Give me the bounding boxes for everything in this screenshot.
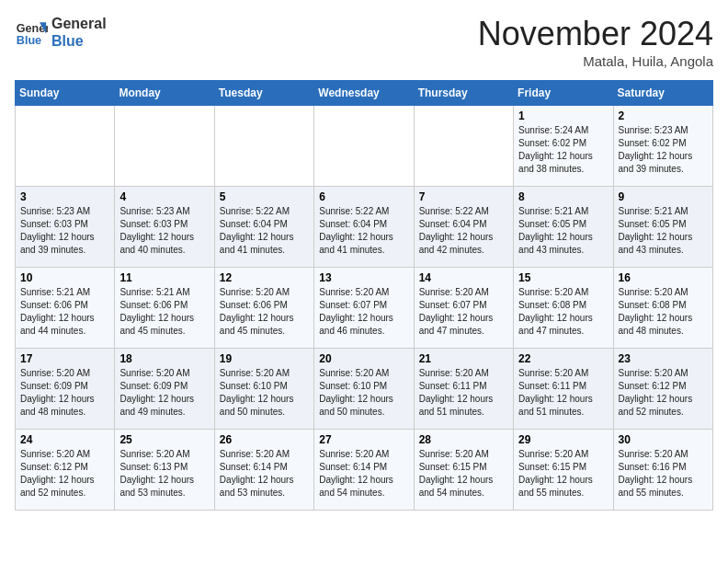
calendar-cell: 9Sunrise: 5:21 AMSunset: 6:05 PMDaylight… [613,187,712,268]
day-number: 25 [119,433,209,446]
calendar-cell: 14Sunrise: 5:20 AMSunset: 6:07 PMDayligh… [414,268,513,349]
day-info: Sunrise: 5:20 AMSunset: 6:06 PMDaylight:… [220,286,309,338]
day-number: 13 [319,271,408,284]
day-number: 14 [419,271,508,284]
logo-blue: Blue [51,32,107,50]
day-info: Sunrise: 5:23 AMSunset: 6:03 PMDaylight:… [119,205,209,257]
day-number: 15 [518,271,608,284]
location: Matala, Huila, Angola [478,53,713,69]
day-info: Sunrise: 5:22 AMSunset: 6:04 PMDaylight:… [419,205,508,257]
logo-icon: General Blue [15,16,48,49]
calendar-cell: 7Sunrise: 5:22 AMSunset: 6:04 PMDaylight… [414,187,513,268]
day-number: 19 [220,352,309,365]
day-number: 17 [20,352,109,365]
day-info: Sunrise: 5:21 AMSunset: 6:06 PMDaylight:… [20,286,109,338]
day-info: Sunrise: 5:20 AMSunset: 6:11 PMDaylight:… [419,367,508,419]
weekday-header-wednesday: Wednesday [314,81,414,106]
title-block: November 2024 Matala, Huila, Angola [478,15,713,69]
svg-text:Blue: Blue [17,34,41,47]
day-info: Sunrise: 5:20 AMSunset: 6:10 PMDaylight:… [319,367,408,419]
day-info: Sunrise: 5:24 AMSunset: 6:02 PMDaylight:… [518,124,608,176]
weekday-header-friday: Friday [514,81,613,106]
calendar-cell: 6Sunrise: 5:22 AMSunset: 6:04 PMDaylight… [314,187,414,268]
day-info: Sunrise: 5:20 AMSunset: 6:07 PMDaylight:… [319,286,408,338]
weekday-header-monday: Monday [115,81,214,106]
calendar-cell [115,106,214,187]
day-number: 2 [619,109,708,122]
calendar-cell: 1Sunrise: 5:24 AMSunset: 6:02 PMDaylight… [514,106,613,187]
day-number: 20 [319,352,408,365]
calendar-week-row: 1Sunrise: 5:24 AMSunset: 6:02 PMDaylight… [16,106,713,187]
weekday-header-sunday: Sunday [16,81,115,106]
day-info: Sunrise: 5:23 AMSunset: 6:02 PMDaylight:… [619,124,708,176]
calendar-cell: 29Sunrise: 5:20 AMSunset: 6:15 PMDayligh… [514,430,613,511]
calendar-cell: 11Sunrise: 5:21 AMSunset: 6:06 PMDayligh… [115,268,214,349]
month-title: November 2024 [478,15,713,53]
day-info: Sunrise: 5:21 AMSunset: 6:06 PMDaylight:… [119,286,209,338]
day-info: Sunrise: 5:20 AMSunset: 6:11 PMDaylight:… [518,367,608,419]
day-info: Sunrise: 5:20 AMSunset: 6:12 PMDaylight:… [20,448,109,500]
day-number: 9 [619,190,708,203]
day-info: Sunrise: 5:20 AMSunset: 6:09 PMDaylight:… [20,367,109,419]
day-info: Sunrise: 5:20 AMSunset: 6:08 PMDaylight:… [619,286,708,338]
calendar-cell [16,106,115,187]
day-number: 16 [619,271,708,284]
calendar-cell: 19Sunrise: 5:20 AMSunset: 6:10 PMDayligh… [214,349,313,430]
day-number: 12 [220,271,309,284]
day-number: 3 [20,190,109,203]
calendar-week-row: 10Sunrise: 5:21 AMSunset: 6:06 PMDayligh… [16,268,713,349]
day-info: Sunrise: 5:20 AMSunset: 6:15 PMDaylight:… [518,448,608,500]
calendar-cell: 25Sunrise: 5:20 AMSunset: 6:13 PMDayligh… [115,430,214,511]
calendar-cell: 15Sunrise: 5:20 AMSunset: 6:08 PMDayligh… [514,268,613,349]
calendar-cell: 30Sunrise: 5:20 AMSunset: 6:16 PMDayligh… [613,430,712,511]
day-info: Sunrise: 5:21 AMSunset: 6:05 PMDaylight:… [518,205,608,257]
day-number: 11 [119,271,209,284]
calendar-cell: 20Sunrise: 5:20 AMSunset: 6:10 PMDayligh… [314,349,414,430]
day-number: 23 [619,352,708,365]
weekday-header-thursday: Thursday [414,81,513,106]
day-info: Sunrise: 5:20 AMSunset: 6:12 PMDaylight:… [619,367,708,419]
day-info: Sunrise: 5:21 AMSunset: 6:05 PMDaylight:… [619,205,708,257]
day-info: Sunrise: 5:20 AMSunset: 6:08 PMDaylight:… [518,286,608,338]
calendar-week-row: 17Sunrise: 5:20 AMSunset: 6:09 PMDayligh… [16,349,713,430]
weekday-header-saturday: Saturday [613,81,712,106]
calendar-cell: 12Sunrise: 5:20 AMSunset: 6:06 PMDayligh… [214,268,313,349]
calendar-week-row: 24Sunrise: 5:20 AMSunset: 6:12 PMDayligh… [16,430,713,511]
day-info: Sunrise: 5:22 AMSunset: 6:04 PMDaylight:… [220,205,309,257]
calendar-cell: 22Sunrise: 5:20 AMSunset: 6:11 PMDayligh… [514,349,613,430]
calendar-cell: 4Sunrise: 5:23 AMSunset: 6:03 PMDaylight… [115,187,214,268]
calendar-cell: 3Sunrise: 5:23 AMSunset: 6:03 PMDaylight… [16,187,115,268]
logo: General Blue General Blue [15,15,107,50]
day-info: Sunrise: 5:23 AMSunset: 6:03 PMDaylight:… [20,205,109,257]
calendar-cell: 8Sunrise: 5:21 AMSunset: 6:05 PMDaylight… [514,187,613,268]
day-number: 24 [20,433,109,446]
calendar-cell [414,106,513,187]
day-number: 27 [319,433,408,446]
page-header: General Blue General Blue November 2024 … [15,15,713,69]
weekday-header-tuesday: Tuesday [214,81,313,106]
calendar-cell [214,106,313,187]
calendar-cell: 21Sunrise: 5:20 AMSunset: 6:11 PMDayligh… [414,349,513,430]
day-info: Sunrise: 5:20 AMSunset: 6:09 PMDaylight:… [119,367,209,419]
day-number: 21 [419,352,508,365]
day-info: Sunrise: 5:20 AMSunset: 6:14 PMDaylight:… [220,448,309,500]
day-info: Sunrise: 5:20 AMSunset: 6:10 PMDaylight:… [220,367,309,419]
day-number: 1 [518,109,608,122]
day-info: Sunrise: 5:22 AMSunset: 6:04 PMDaylight:… [319,205,408,257]
calendar-cell: 28Sunrise: 5:20 AMSunset: 6:15 PMDayligh… [414,430,513,511]
calendar-cell: 26Sunrise: 5:20 AMSunset: 6:14 PMDayligh… [214,430,313,511]
day-number: 30 [619,433,708,446]
day-number: 4 [119,190,209,203]
day-info: Sunrise: 5:20 AMSunset: 6:07 PMDaylight:… [419,286,508,338]
day-info: Sunrise: 5:20 AMSunset: 6:16 PMDaylight:… [619,448,708,500]
day-number: 18 [119,352,209,365]
calendar-cell: 5Sunrise: 5:22 AMSunset: 6:04 PMDaylight… [214,187,313,268]
calendar-cell: 27Sunrise: 5:20 AMSunset: 6:14 PMDayligh… [314,430,414,511]
calendar-table: SundayMondayTuesdayWednesdayThursdayFrid… [15,80,713,511]
day-number: 8 [518,190,608,203]
calendar-cell: 17Sunrise: 5:20 AMSunset: 6:09 PMDayligh… [16,349,115,430]
day-number: 22 [518,352,608,365]
day-number: 28 [419,433,508,446]
day-info: Sunrise: 5:20 AMSunset: 6:13 PMDaylight:… [119,448,209,500]
calendar-cell: 18Sunrise: 5:20 AMSunset: 6:09 PMDayligh… [115,349,214,430]
